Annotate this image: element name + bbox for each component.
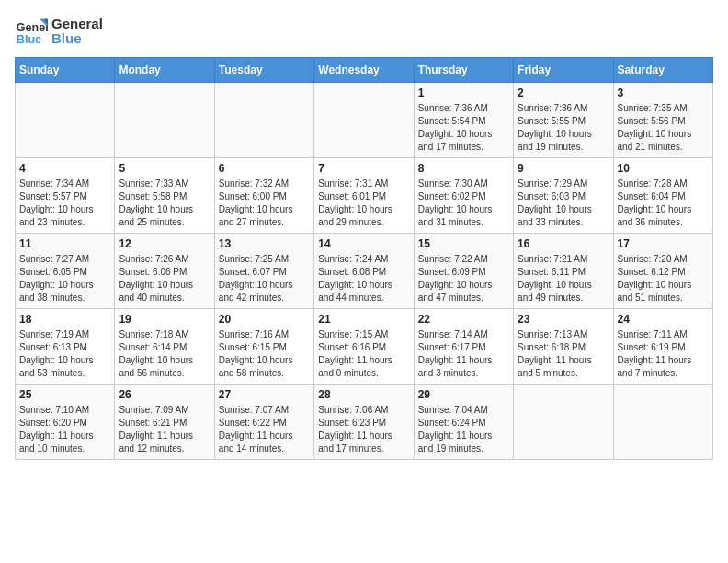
day-info: Sunrise: 7:13 AM Sunset: 6:18 PM Dayligh… (518, 328, 609, 380)
calendar-cell (214, 83, 313, 158)
day-info: Sunrise: 7:27 AM Sunset: 6:05 PM Dayligh… (19, 253, 110, 304)
calendar-cell: 29Sunrise: 7:04 AM Sunset: 6:24 PM Dayli… (414, 385, 513, 460)
calendar-cell: 21Sunrise: 7:15 AM Sunset: 6:16 PM Dayli… (314, 309, 414, 385)
calendar-cell (314, 83, 414, 158)
calendar-cell (613, 385, 712, 460)
calendar-cell: 5Sunrise: 7:33 AM Sunset: 5:58 PM Daylig… (115, 158, 214, 234)
day-info: Sunrise: 7:18 AM Sunset: 6:14 PM Dayligh… (119, 328, 210, 380)
day-number: 2 (518, 86, 609, 99)
calendar-cell: 16Sunrise: 7:21 AM Sunset: 6:11 PM Dayli… (514, 234, 613, 309)
weekday-header: Monday (115, 58, 214, 83)
day-info: Sunrise: 7:19 AM Sunset: 6:13 PM Dayligh… (19, 328, 110, 380)
day-info: Sunrise: 7:14 AM Sunset: 6:17 PM Dayligh… (418, 328, 509, 380)
day-number: 4 (19, 162, 110, 175)
calendar-cell: 17Sunrise: 7:20 AM Sunset: 6:12 PM Dayli… (613, 234, 712, 309)
calendar-cell: 15Sunrise: 7:22 AM Sunset: 6:09 PM Dayli… (414, 234, 513, 309)
day-info: Sunrise: 7:06 AM Sunset: 6:23 PM Dayligh… (318, 404, 409, 455)
day-number: 14 (318, 237, 409, 250)
calendar-cell (514, 385, 613, 460)
calendar-cell: 2Sunrise: 7:36 AM Sunset: 5:55 PM Daylig… (514, 83, 613, 158)
day-info: Sunrise: 7:15 AM Sunset: 6:16 PM Dayligh… (318, 328, 409, 380)
calendar-cell: 24Sunrise: 7:11 AM Sunset: 6:19 PM Dayli… (613, 309, 712, 385)
logo: General Blue General Blue (15, 15, 103, 48)
day-info: Sunrise: 7:16 AM Sunset: 6:15 PM Dayligh… (219, 328, 310, 380)
weekday-header: Thursday (414, 58, 513, 83)
day-info: Sunrise: 7:07 AM Sunset: 6:22 PM Dayligh… (219, 404, 310, 455)
weekday-header: Wednesday (314, 58, 414, 83)
calendar-cell: 4Sunrise: 7:34 AM Sunset: 5:57 PM Daylig… (16, 158, 115, 234)
day-info: Sunrise: 7:33 AM Sunset: 5:58 PM Dayligh… (119, 178, 210, 229)
calendar-week-row: 25Sunrise: 7:10 AM Sunset: 6:20 PM Dayli… (16, 385, 713, 460)
day-number: 22 (418, 313, 509, 326)
day-info: Sunrise: 7:29 AM Sunset: 6:03 PM Dayligh… (518, 178, 609, 229)
day-info: Sunrise: 7:22 AM Sunset: 6:09 PM Dayligh… (418, 253, 509, 304)
day-number: 27 (219, 388, 310, 401)
day-number: 15 (418, 237, 509, 250)
day-info: Sunrise: 7:28 AM Sunset: 6:04 PM Dayligh… (618, 178, 709, 229)
calendar-week-row: 18Sunrise: 7:19 AM Sunset: 6:13 PM Dayli… (16, 309, 713, 385)
calendar-cell: 20Sunrise: 7:16 AM Sunset: 6:15 PM Dayli… (214, 309, 313, 385)
svg-text:Blue: Blue (17, 33, 41, 46)
day-info: Sunrise: 7:30 AM Sunset: 6:02 PM Dayligh… (418, 178, 509, 229)
calendar-cell: 1Sunrise: 7:36 AM Sunset: 5:54 PM Daylig… (414, 83, 513, 158)
day-number: 9 (518, 162, 609, 175)
day-number: 25 (19, 388, 110, 401)
calendar-week-row: 11Sunrise: 7:27 AM Sunset: 6:05 PM Dayli… (16, 234, 713, 309)
calendar-cell: 22Sunrise: 7:14 AM Sunset: 6:17 PM Dayli… (414, 309, 513, 385)
day-number: 17 (618, 237, 709, 250)
day-info: Sunrise: 7:32 AM Sunset: 6:00 PM Dayligh… (219, 178, 310, 229)
calendar-cell: 13Sunrise: 7:25 AM Sunset: 6:07 PM Dayli… (214, 234, 313, 309)
day-number: 29 (418, 388, 509, 401)
day-number: 20 (219, 313, 310, 326)
weekday-header: Friday (514, 58, 613, 83)
calendar-cell: 27Sunrise: 7:07 AM Sunset: 6:22 PM Dayli… (214, 385, 313, 460)
calendar-table: SundayMondayTuesdayWednesdayThursdayFrid… (15, 57, 713, 460)
calendar-cell: 18Sunrise: 7:19 AM Sunset: 6:13 PM Dayli… (16, 309, 115, 385)
calendar-cell: 14Sunrise: 7:24 AM Sunset: 6:08 PM Dayli… (314, 234, 414, 309)
day-info: Sunrise: 7:09 AM Sunset: 6:21 PM Dayligh… (119, 404, 210, 455)
calendar-cell: 6Sunrise: 7:32 AM Sunset: 6:00 PM Daylig… (214, 158, 313, 234)
day-number: 13 (219, 237, 310, 250)
day-number: 23 (518, 313, 609, 326)
day-number: 24 (618, 313, 709, 326)
weekday-header: Saturday (613, 58, 712, 83)
day-info: Sunrise: 7:24 AM Sunset: 6:08 PM Dayligh… (318, 253, 409, 304)
header-row: SundayMondayTuesdayWednesdayThursdayFrid… (16, 58, 713, 83)
day-number: 6 (219, 162, 310, 175)
day-number: 26 (119, 388, 210, 401)
logo-text: General Blue (51, 17, 103, 47)
logo-icon: General Blue (15, 15, 48, 48)
day-info: Sunrise: 7:21 AM Sunset: 6:11 PM Dayligh… (518, 253, 609, 304)
day-number: 19 (119, 313, 210, 326)
calendar-week-row: 1Sunrise: 7:36 AM Sunset: 5:54 PM Daylig… (16, 83, 713, 158)
day-number: 28 (318, 388, 409, 401)
day-info: Sunrise: 7:34 AM Sunset: 5:57 PM Dayligh… (19, 178, 110, 229)
calendar-cell: 28Sunrise: 7:06 AM Sunset: 6:23 PM Dayli… (314, 385, 414, 460)
day-number: 12 (119, 237, 210, 250)
calendar-header: SundayMondayTuesdayWednesdayThursdayFrid… (16, 58, 713, 83)
calendar-cell: 3Sunrise: 7:35 AM Sunset: 5:56 PM Daylig… (613, 83, 712, 158)
day-info: Sunrise: 7:31 AM Sunset: 6:01 PM Dayligh… (318, 178, 409, 229)
weekday-header: Sunday (16, 58, 115, 83)
day-number: 18 (19, 313, 110, 326)
calendar-cell: 10Sunrise: 7:28 AM Sunset: 6:04 PM Dayli… (613, 158, 712, 234)
day-number: 7 (318, 162, 409, 175)
day-number: 16 (518, 237, 609, 250)
day-info: Sunrise: 7:36 AM Sunset: 5:54 PM Dayligh… (418, 102, 509, 154)
day-number: 8 (418, 162, 509, 175)
calendar-cell (115, 83, 214, 158)
calendar-cell: 8Sunrise: 7:30 AM Sunset: 6:02 PM Daylig… (414, 158, 513, 234)
day-info: Sunrise: 7:04 AM Sunset: 6:24 PM Dayligh… (418, 404, 509, 455)
calendar-cell: 9Sunrise: 7:29 AM Sunset: 6:03 PM Daylig… (514, 158, 613, 234)
weekday-header: Tuesday (214, 58, 313, 83)
calendar-cell: 26Sunrise: 7:09 AM Sunset: 6:21 PM Dayli… (115, 385, 214, 460)
calendar-cell: 7Sunrise: 7:31 AM Sunset: 6:01 PM Daylig… (314, 158, 414, 234)
day-info: Sunrise: 7:20 AM Sunset: 6:12 PM Dayligh… (618, 253, 709, 304)
day-number: 21 (318, 313, 409, 326)
day-number: 11 (19, 237, 110, 250)
day-info: Sunrise: 7:25 AM Sunset: 6:07 PM Dayligh… (219, 253, 310, 304)
day-number: 10 (618, 162, 709, 175)
calendar-cell: 11Sunrise: 7:27 AM Sunset: 6:05 PM Dayli… (16, 234, 115, 309)
calendar-body: 1Sunrise: 7:36 AM Sunset: 5:54 PM Daylig… (16, 83, 713, 460)
calendar-cell: 19Sunrise: 7:18 AM Sunset: 6:14 PM Dayli… (115, 309, 214, 385)
